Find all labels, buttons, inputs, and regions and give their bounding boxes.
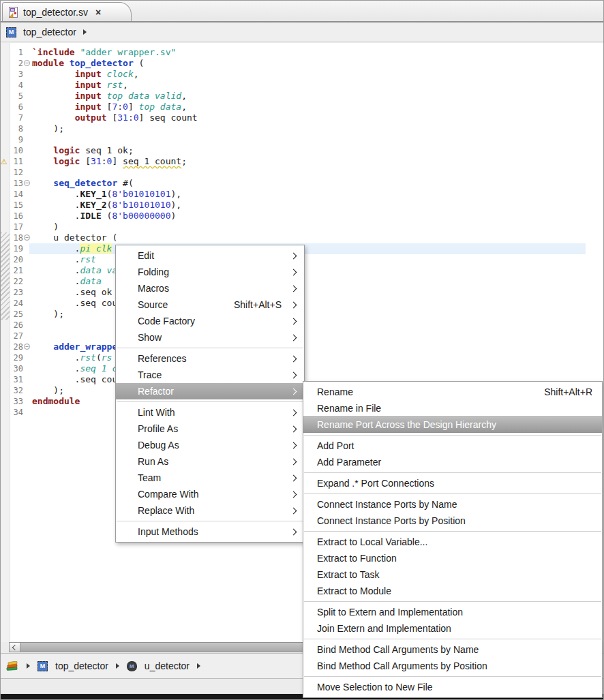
menu-item-rename-in-file[interactable]: Rename in File (303, 400, 602, 416)
code-line[interactable]: seq_detector #( (32, 178, 586, 189)
line-number: 3 (9, 69, 23, 80)
line-number: 23 (9, 287, 23, 298)
menu-item-run-as[interactable]: Run As (116, 453, 304, 470)
code-line[interactable] (32, 134, 586, 145)
menu-item-lint-with[interactable]: Lint With (116, 404, 304, 421)
chevron-right-icon[interactable] (197, 663, 200, 669)
code-line[interactable]: u detector ( (32, 232, 586, 243)
menu-item-extract-to-local-variable[interactable]: Extract to Local Variable... (303, 534, 602, 550)
menu-item-join-extern-and-implementation[interactable]: Join Extern and Implementation (303, 620, 602, 637)
code-line[interactable]: `include "adder wrapper.sv" (32, 47, 586, 58)
submenu-arrow-icon (290, 425, 297, 432)
menu-item-rename-port-across-the-design-hierarchy[interactable]: Rename Port Across the Design Hierarchy (303, 416, 602, 433)
menu-item-label: Profile As (138, 423, 178, 434)
menu-item-extract-to-function[interactable]: Extract to Function (303, 550, 602, 566)
menu-item-extract-to-task[interactable]: Extract to Task (303, 566, 602, 583)
menu-item-connect-instance-ports-by-name[interactable]: Connect Instance Ports by Name (303, 496, 602, 513)
breadcrumb-item-u-detector[interactable]: u_detector (145, 660, 190, 671)
menu-item-label: Debug As (138, 440, 179, 451)
menu-item-connect-instance-ports-by-position[interactable]: Connect Instance Ports by Position (303, 513, 602, 529)
scroll-left-button[interactable] (10, 643, 20, 652)
menu-item-source[interactable]: SourceShift+Alt+S (116, 296, 304, 313)
code-line[interactable] (32, 167, 586, 178)
menu-item-label: Extract to Module (317, 585, 391, 596)
code-line[interactable]: .KEY_2(8'b10101010), (32, 200, 586, 211)
menu-item-input-methods[interactable]: Input Methods (116, 523, 304, 540)
line-number: 8 (9, 123, 23, 134)
menu-item-label: Macros (138, 283, 169, 294)
submenu-arrow-icon (290, 507, 297, 514)
menu-item-add-parameter[interactable]: Add Parameter (303, 454, 602, 470)
menu-item-trace[interactable]: Trace (116, 367, 304, 383)
breadcrumb-item-top-detector[interactable]: top_detector (55, 660, 108, 671)
code-line[interactable]: .pi clk (29, 243, 586, 254)
module-icon: M (6, 27, 16, 37)
menu-item-debug-as[interactable]: Debug As (116, 437, 304, 453)
code-line[interactable]: .KEY_1(8'b01010101), (32, 189, 586, 200)
menu-item-label: Split to Extern and Implementation (317, 607, 463, 618)
menu-item-replace-with[interactable]: Replace With (116, 502, 304, 519)
breadcrumb-module[interactable]: top_detector (23, 27, 76, 37)
fold-minus-icon[interactable]: − (24, 234, 30, 241)
code-line[interactable]: module top_detector ( (32, 58, 586, 69)
code-line[interactable]: input clock, (32, 69, 586, 80)
menu-item-folding[interactable]: Folding (116, 264, 304, 280)
refactor-submenu: RenameShift+Alt+RRename in FileRename Po… (303, 381, 603, 698)
code-line[interactable]: logic seq 1 ok; (32, 145, 586, 156)
menu-item-bind-method-call-arguments-by-position[interactable]: Bind Method Call Arguments by Position (303, 658, 602, 674)
code-line[interactable]: input top data valid, (32, 91, 586, 102)
chevron-right-icon[interactable] (83, 29, 87, 35)
chevron-right-icon[interactable] (116, 663, 119, 669)
menu-item-profile-as[interactable]: Profile As (116, 421, 304, 437)
menu-item-expand-port-connections[interactable]: Expand .* Port Connections (303, 475, 602, 491)
code-line[interactable]: output [31:0] seq count (32, 112, 586, 123)
warning-icon[interactable]: ⚠ (1, 157, 7, 166)
editor-tab[interactable]: top_detector.sv × (2, 2, 132, 21)
menu-item-compare-with[interactable]: Compare With (116, 486, 304, 502)
menu-separator (304, 435, 601, 436)
chevron-left-icon (12, 644, 17, 650)
library-icon[interactable] (6, 661, 19, 671)
close-icon[interactable]: × (95, 7, 101, 18)
menu-item-split-to-extern-and-implementation[interactable]: Split to Extern and Implementation (303, 604, 602, 620)
submenu-arrow-icon (290, 528, 297, 535)
menu-item-references[interactable]: References (116, 350, 304, 367)
menu-item-move-selection-to-new-file[interactable]: Move Selection to New File (303, 679, 602, 695)
menu-item-team[interactable]: Team (116, 470, 304, 486)
code-line[interactable]: logic [31:0] seq 1 count; (32, 156, 586, 167)
sv-file-icon (8, 7, 18, 18)
menu-item-label: Run As (138, 456, 168, 467)
submenu-arrow-icon (290, 371, 297, 378)
menu-item-label: Replace With (138, 505, 194, 516)
fold-minus-icon[interactable]: − (24, 344, 30, 350)
code-line[interactable]: .IDLE (8'b00000000) (32, 211, 586, 222)
code-line[interactable]: ); (32, 123, 586, 134)
line-number: 20 (9, 254, 23, 265)
menu-item-label: Team (138, 472, 161, 483)
code-line[interactable]: input rst, (32, 80, 586, 91)
menu-item-label: Trace (138, 369, 162, 380)
menu-item-bind-method-call-arguments-by-name[interactable]: Bind Method Call Arguments by Name (303, 641, 602, 658)
fold-minus-icon[interactable]: − (24, 180, 30, 186)
line-number: 33 (9, 396, 23, 407)
menu-item-refactor[interactable]: Refactor (116, 383, 304, 399)
menu-item-show[interactable]: Show (116, 329, 304, 346)
menu-item-label: Rename (317, 386, 353, 397)
menu-item-label: Bind Method Call Arguments by Name (317, 644, 479, 655)
menu-item-add-port[interactable]: Add Port (303, 438, 602, 454)
menu-item-label: Rename in File (317, 403, 381, 414)
menu-item-extract-to-module[interactable]: Extract to Module (303, 583, 602, 599)
menu-separator (304, 493, 601, 494)
menu-item-code-factory[interactable]: Code Factory (116, 313, 304, 329)
code-line[interactable]: ) (32, 222, 586, 232)
menu-item-label: Input Methods (138, 526, 198, 537)
line-number: 6 (9, 102, 23, 112)
menu-item-macros[interactable]: Macros (116, 280, 304, 296)
menu-item-edit[interactable]: Edit (116, 247, 304, 264)
fold-minus-icon[interactable]: − (24, 60, 30, 66)
menu-item-label: Move Selection to New File (317, 682, 433, 693)
chevron-right-icon[interactable] (27, 663, 30, 669)
code-line[interactable]: input [7:0] top data, (32, 102, 586, 112)
menu-separator (117, 521, 303, 521)
menu-item-rename[interactable]: RenameShift+Alt+R (303, 384, 602, 400)
